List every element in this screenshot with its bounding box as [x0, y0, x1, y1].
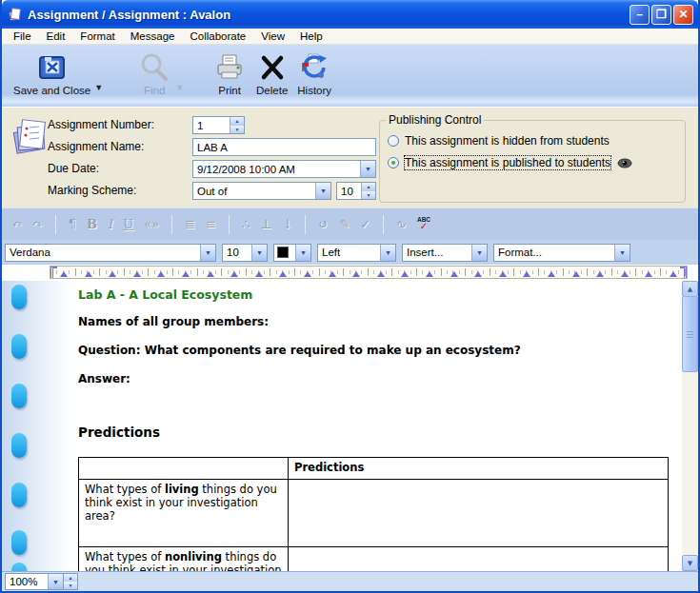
marking-points-spinner[interactable]: 10 ▲▼ [336, 182, 376, 200]
insert-dropdown-icon[interactable]: ▼ [471, 245, 487, 261]
delete-icon [258, 50, 287, 85]
marking-points-spin-buttons[interactable]: ▲▼ [361, 183, 375, 199]
spell-check-icon[interactable]: ABC ✓ [417, 217, 430, 231]
minimize-button[interactable]: – [630, 5, 650, 25]
zoom-spin-buttons[interactable]: ▲▼ [64, 573, 78, 590]
tab-stop-marker[interactable] [255, 271, 263, 277]
tab-stop-marker[interactable] [279, 271, 287, 277]
tab-stop-marker[interactable] [572, 271, 580, 277]
tab-stop-marker[interactable] [207, 271, 214, 277]
tab-stop-marker[interactable] [401, 271, 409, 277]
menu-view[interactable]: View [253, 30, 292, 43]
tab-stop-marker[interactable] [329, 271, 336, 277]
history-icon [298, 50, 330, 85]
spin-up-icon[interactable]: ▲ [230, 117, 244, 125]
due-date-combobox[interactable]: 9/12/2008 10:00 AM ▼ [192, 160, 376, 178]
visibility-eye-icon [617, 158, 632, 168]
zoom-combobox[interactable]: 100% ▼ [5, 573, 64, 590]
spin-up-icon[interactable]: ▲ [64, 574, 77, 582]
tab-stop-marker[interactable] [474, 271, 482, 277]
tab-stop-marker[interactable] [548, 271, 555, 277]
save-and-close-button[interactable]: Save and Close [13, 50, 90, 96]
tab-stop-marker[interactable] [133, 271, 141, 277]
tab-stop-marker[interactable] [645, 271, 652, 277]
font-family-dropdown-icon[interactable]: ▼ [200, 245, 215, 261]
answer-cell[interactable] [289, 547, 669, 572]
tab-stop-marker[interactable] [450, 271, 458, 277]
zoom-control[interactable]: 100% ▼ ▲▼ [5, 573, 78, 590]
tab-stop-marker[interactable] [352, 271, 360, 277]
tab-stop-marker[interactable] [230, 271, 238, 277]
save-dropdown-arrow-icon[interactable]: ▼ [94, 83, 103, 92]
scroll-up-icon[interactable]: ▲ [682, 281, 698, 297]
delete-button[interactable]: Delete [256, 50, 288, 96]
font-size-combobox[interactable]: 10 ▼ [222, 244, 268, 262]
font-color-combobox[interactable]: ▼ [273, 244, 311, 262]
tab-stop-marker[interactable] [523, 271, 530, 277]
assignment-name-input[interactable]: LAB A [192, 138, 376, 156]
assignment-number-spin-buttons[interactable]: ▲▼ [230, 117, 244, 133]
published-radio-row[interactable]: This assignment is published to students [388, 156, 632, 169]
history-button[interactable]: History [297, 50, 331, 96]
tab-stop-marker[interactable] [304, 271, 311, 277]
ruler[interactable] [50, 266, 688, 279]
insert-combobox[interactable]: Insert... ▼ [402, 244, 488, 262]
spin-down-icon[interactable]: ▼ [64, 582, 77, 589]
numbered-list-icon: ≡ [206, 218, 216, 230]
menu-collaborate[interactable]: Collaborate [182, 30, 253, 43]
print-button[interactable]: Print [214, 50, 245, 96]
tab-stop-marker[interactable] [109, 271, 116, 277]
maximize-button[interactable]: ❐ [651, 5, 671, 25]
menu-file[interactable]: File [6, 30, 39, 43]
spin-down-icon[interactable]: ▼ [362, 190, 375, 199]
assignment-number-spinner[interactable]: 1 ▲▼ [192, 116, 245, 134]
alignment-combobox[interactable]: Left ▼ [317, 244, 396, 262]
spin-up-icon[interactable]: ▲ [362, 183, 375, 190]
menu-format[interactable]: Format [72, 30, 122, 43]
close-button[interactable]: ✕ [673, 5, 693, 25]
menu-edit[interactable]: Edit [39, 30, 73, 43]
ruler-right-margin-marker[interactable] [680, 267, 687, 278]
marking-scheme-combobox[interactable]: Out of ▼ [192, 182, 331, 200]
format-combobox[interactable]: Format... ▼ [493, 244, 630, 262]
document-editor[interactable]: Lab A - A Local Ecosystem Names of all g… [2, 281, 698, 571]
tab-stop-marker[interactable] [426, 271, 433, 277]
tab-stop-marker[interactable] [499, 271, 507, 277]
ruler-left-margin-marker[interactable] [50, 267, 57, 278]
tab-stop-marker[interactable] [377, 271, 385, 277]
font-family-combobox[interactable]: Verdana ▼ [5, 244, 216, 262]
binding-hole [11, 433, 27, 458]
marking-scheme-dropdown-icon[interactable]: ▼ [315, 183, 330, 199]
tab-stop-marker[interactable] [596, 271, 604, 277]
hidden-radio-label[interactable]: This assignment is hidden from students [405, 134, 610, 148]
publishing-control-group: Publishing Control This assignment is hi… [379, 113, 686, 203]
format-dropdown-icon[interactable]: ▼ [614, 245, 630, 261]
published-radio-button[interactable] [388, 157, 399, 168]
menu-message[interactable]: Message [123, 30, 183, 43]
answer-cell[interactable] [289, 480, 669, 547]
font-color-dropdown-icon[interactable]: ▼ [295, 245, 310, 261]
tab-stop-marker[interactable] [157, 271, 165, 277]
scrollbar-thumb[interactable] [682, 296, 698, 372]
binding-hole [11, 285, 27, 309]
menu-help[interactable]: Help [292, 30, 330, 43]
binding-hole [11, 530, 27, 555]
tab-stop-marker[interactable] [670, 271, 677, 277]
tab-stop-marker[interactable] [621, 271, 629, 277]
tab-stop-marker[interactable] [85, 271, 92, 277]
published-radio-label[interactable]: This assignment is published to students [405, 156, 610, 169]
vertical-scrollbar[interactable]: ▲ ▼ [682, 281, 698, 571]
due-date-dropdown-icon[interactable]: ▼ [360, 161, 375, 177]
hidden-radio-button[interactable] [388, 135, 399, 147]
font-size-dropdown-icon[interactable]: ▼ [251, 245, 267, 261]
tab-stop-marker[interactable] [182, 271, 190, 277]
zoom-dropdown-icon[interactable]: ▼ [48, 574, 63, 589]
alignment-dropdown-icon[interactable]: ▼ [380, 245, 395, 261]
redo-icon: ↷ [32, 218, 43, 230]
formatting-toolbar: ↶ ↷ ¶ B I U «» ≣ ≡ ∴ ⊥ ↓ ↺ ✎ ✓ ∿ ABC ✓ [2, 208, 698, 240]
scroll-down-icon[interactable]: ▼ [682, 555, 698, 571]
assignment-form: Assignment Number: 1 ▲▼ Assignment Name:… [2, 107, 698, 208]
tab-stop-marker[interactable] [60, 271, 68, 277]
hidden-radio-row[interactable]: This assignment is hidden from students [388, 134, 610, 148]
spin-down-icon[interactable]: ▼ [230, 125, 244, 133]
